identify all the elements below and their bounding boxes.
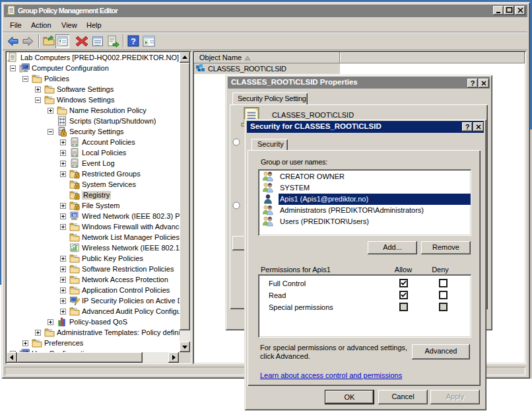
svg-text:?: ? [471, 79, 475, 87]
svg-text:?: ? [465, 123, 470, 131]
svg-text:?: ? [131, 36, 136, 46]
